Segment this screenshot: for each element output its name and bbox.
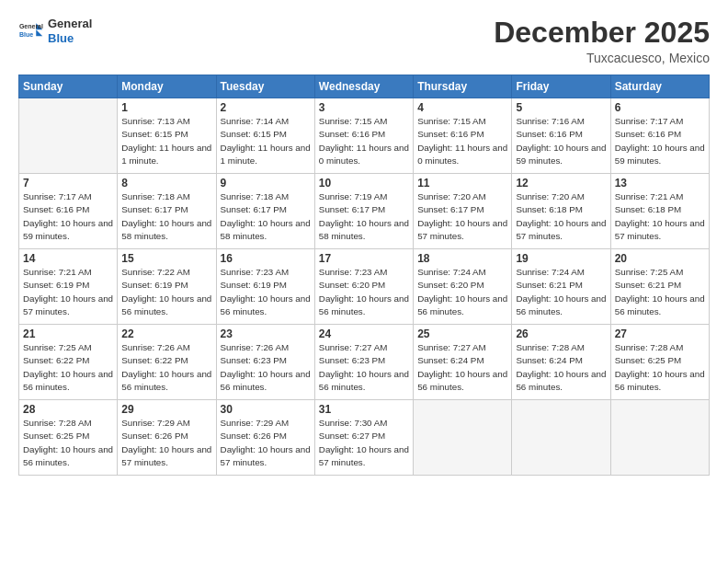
calendar-table: Sunday Monday Tuesday Wednesday Thursday… — [18, 75, 710, 476]
day-number: 25 — [417, 327, 507, 340]
day-number: 22 — [121, 327, 211, 340]
day-number: 12 — [516, 177, 606, 190]
day-number: 5 — [516, 101, 606, 114]
day-number: 9 — [221, 177, 311, 190]
day-number: 19 — [516, 252, 606, 265]
week-row-3: 21Sunrise: 7:25 AMSunset: 6:22 PMDayligh… — [19, 325, 710, 400]
day-detail: Sunrise: 7:23 AMSunset: 6:20 PMDaylight:… — [319, 266, 409, 318]
calendar-header-row: Sunday Monday Tuesday Wednesday Thursday… — [19, 75, 710, 98]
day-number: 28 — [23, 403, 113, 416]
location: Tuxcacuesco, Mexico — [494, 51, 710, 65]
col-tuesday: Tuesday — [216, 75, 314, 98]
col-sunday: Sunday — [19, 75, 118, 98]
calendar-cell: 20Sunrise: 7:25 AMSunset: 6:21 PMDayligh… — [610, 249, 709, 325]
calendar-cell: 30Sunrise: 7:29 AMSunset: 6:26 PMDayligh… — [216, 400, 314, 476]
day-detail: Sunrise: 7:28 AMSunset: 6:25 PMDaylight:… — [615, 341, 705, 394]
calendar-cell: 31Sunrise: 7:30 AMSunset: 6:27 PMDayligh… — [314, 400, 413, 476]
day-detail: Sunrise: 7:28 AMSunset: 6:25 PMDaylight:… — [23, 417, 113, 469]
calendar-cell: 23Sunrise: 7:26 AMSunset: 6:23 PMDayligh… — [216, 325, 314, 400]
day-detail: Sunrise: 7:22 AMSunset: 6:19 PMDaylight:… — [121, 266, 211, 318]
day-number: 3 — [319, 101, 409, 114]
day-detail: Sunrise: 7:25 AMSunset: 6:21 PMDaylight:… — [615, 266, 705, 318]
week-row-4: 28Sunrise: 7:28 AMSunset: 6:25 PMDayligh… — [19, 400, 710, 476]
col-wednesday: Wednesday — [314, 75, 413, 98]
svg-text:Blue: Blue — [19, 31, 33, 38]
day-number: 13 — [615, 177, 705, 190]
calendar-cell: 11Sunrise: 7:20 AMSunset: 6:17 PMDayligh… — [414, 174, 512, 249]
day-detail: Sunrise: 7:28 AMSunset: 6:24 PMDaylight:… — [516, 341, 606, 394]
day-number: 30 — [221, 403, 311, 416]
day-detail: Sunrise: 7:21 AMSunset: 6:18 PMDaylight:… — [615, 190, 705, 243]
day-number: 2 — [221, 101, 311, 114]
calendar-cell — [414, 400, 512, 476]
calendar-cell: 2Sunrise: 7:14 AMSunset: 6:15 PMDaylight… — [216, 98, 314, 174]
day-number: 17 — [319, 252, 409, 265]
calendar-cell — [512, 400, 610, 476]
day-detail: Sunrise: 7:15 AMSunset: 6:16 PMDaylight:… — [319, 115, 409, 167]
day-number: 16 — [221, 252, 311, 265]
calendar-cell: 1Sunrise: 7:13 AMSunset: 6:15 PMDaylight… — [118, 98, 216, 174]
day-detail: Sunrise: 7:25 AMSunset: 6:22 PMDaylight:… — [23, 341, 113, 394]
calendar-cell: 13Sunrise: 7:21 AMSunset: 6:18 PMDayligh… — [610, 174, 709, 249]
page-container: General Blue General Blue December 2025 … — [0, 0, 728, 485]
day-number: 11 — [417, 177, 507, 190]
day-detail: Sunrise: 7:23 AMSunset: 6:19 PMDaylight:… — [221, 266, 311, 318]
day-detail: Sunrise: 7:29 AMSunset: 6:26 PMDaylight:… — [221, 417, 311, 469]
calendar-cell: 29Sunrise: 7:29 AMSunset: 6:26 PMDayligh… — [118, 400, 216, 476]
day-number: 26 — [516, 327, 606, 340]
week-row-2: 14Sunrise: 7:21 AMSunset: 6:19 PMDayligh… — [19, 249, 710, 325]
header: General Blue General Blue December 2025 … — [18, 17, 710, 65]
calendar-cell: 15Sunrise: 7:22 AMSunset: 6:19 PMDayligh… — [118, 249, 216, 325]
col-thursday: Thursday — [414, 75, 512, 98]
day-number: 31 — [319, 403, 409, 416]
logo-general: General — [48, 17, 92, 31]
calendar-cell: 7Sunrise: 7:17 AMSunset: 6:16 PMDaylight… — [19, 174, 118, 249]
day-number: 4 — [417, 101, 507, 114]
calendar-cell: 12Sunrise: 7:20 AMSunset: 6:18 PMDayligh… — [512, 174, 610, 249]
calendar-cell: 24Sunrise: 7:27 AMSunset: 6:23 PMDayligh… — [314, 325, 413, 400]
day-detail: Sunrise: 7:24 AMSunset: 6:21 PMDaylight:… — [516, 266, 606, 318]
day-detail: Sunrise: 7:21 AMSunset: 6:19 PMDaylight:… — [23, 266, 113, 318]
day-number: 18 — [417, 252, 507, 265]
day-number: 21 — [23, 327, 113, 340]
calendar-cell: 28Sunrise: 7:28 AMSunset: 6:25 PMDayligh… — [19, 400, 118, 476]
day-detail: Sunrise: 7:19 AMSunset: 6:17 PMDaylight:… — [319, 190, 409, 243]
day-number: 6 — [615, 101, 705, 114]
day-detail: Sunrise: 7:16 AMSunset: 6:16 PMDaylight:… — [516, 115, 606, 167]
week-row-0: 1Sunrise: 7:13 AMSunset: 6:15 PMDaylight… — [19, 98, 710, 174]
logo: General Blue General Blue — [18, 17, 92, 45]
day-number: 7 — [23, 177, 113, 190]
day-detail: Sunrise: 7:17 AMSunset: 6:16 PMDaylight:… — [23, 190, 113, 243]
svg-text:General: General — [19, 23, 43, 29]
col-monday: Monday — [118, 75, 216, 98]
calendar-cell: 4Sunrise: 7:15 AMSunset: 6:16 PMDaylight… — [414, 98, 512, 174]
logo-blue: Blue — [48, 31, 92, 46]
calendar-cell: 17Sunrise: 7:23 AMSunset: 6:20 PMDayligh… — [314, 249, 413, 325]
calendar-cell: 14Sunrise: 7:21 AMSunset: 6:19 PMDayligh… — [19, 249, 118, 325]
day-number: 1 — [121, 101, 211, 114]
month-year: December 2025 — [494, 17, 710, 49]
day-detail: Sunrise: 7:20 AMSunset: 6:17 PMDaylight:… — [417, 190, 507, 243]
calendar-cell: 8Sunrise: 7:18 AMSunset: 6:17 PMDaylight… — [118, 174, 216, 249]
calendar-cell — [610, 400, 709, 476]
calendar-cell: 9Sunrise: 7:18 AMSunset: 6:17 PMDaylight… — [216, 174, 314, 249]
day-number: 29 — [121, 403, 211, 416]
calendar-cell: 5Sunrise: 7:16 AMSunset: 6:16 PMDaylight… — [512, 98, 610, 174]
day-number: 27 — [615, 327, 705, 340]
title-block: December 2025 Tuxcacuesco, Mexico — [494, 17, 710, 65]
calendar-cell: 22Sunrise: 7:26 AMSunset: 6:22 PMDayligh… — [118, 325, 216, 400]
day-detail: Sunrise: 7:18 AMSunset: 6:17 PMDaylight:… — [121, 190, 211, 243]
day-number: 23 — [221, 327, 311, 340]
logo-text: General Blue — [48, 17, 92, 45]
day-detail: Sunrise: 7:13 AMSunset: 6:15 PMDaylight:… — [121, 115, 211, 167]
day-number: 14 — [23, 252, 113, 265]
calendar-cell: 6Sunrise: 7:17 AMSunset: 6:16 PMDaylight… — [610, 98, 709, 174]
day-number: 15 — [121, 252, 211, 265]
day-number: 24 — [319, 327, 409, 340]
week-row-1: 7Sunrise: 7:17 AMSunset: 6:16 PMDaylight… — [19, 174, 710, 249]
day-detail: Sunrise: 7:30 AMSunset: 6:27 PMDaylight:… — [319, 417, 409, 469]
calendar-cell: 19Sunrise: 7:24 AMSunset: 6:21 PMDayligh… — [512, 249, 610, 325]
calendar-cell: 3Sunrise: 7:15 AMSunset: 6:16 PMDaylight… — [314, 98, 413, 174]
day-detail: Sunrise: 7:18 AMSunset: 6:17 PMDaylight:… — [221, 190, 311, 243]
day-detail: Sunrise: 7:27 AMSunset: 6:23 PMDaylight:… — [319, 341, 409, 394]
